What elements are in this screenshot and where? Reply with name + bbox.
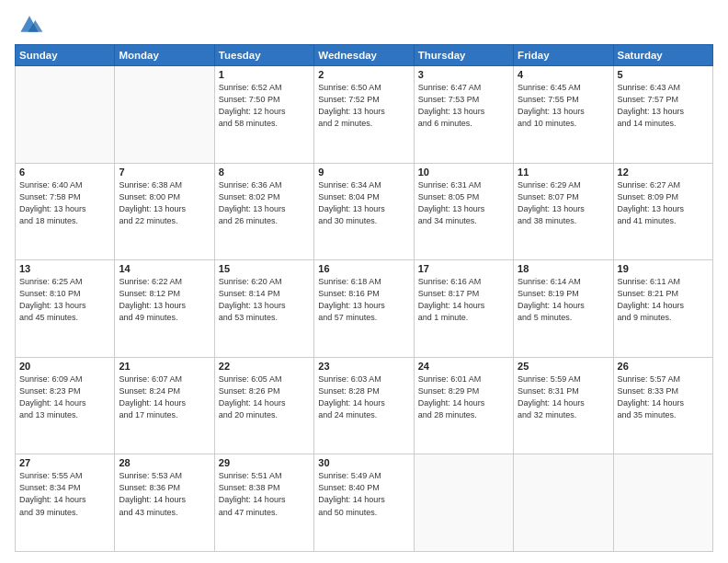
weekday-header-wednesday: Wednesday bbox=[314, 45, 414, 66]
calendar-cell: 2Sunrise: 6:50 AM Sunset: 7:52 PM Daylig… bbox=[314, 66, 414, 164]
day-number: 29 bbox=[219, 457, 310, 468]
day-number: 13 bbox=[19, 263, 110, 274]
day-number: 9 bbox=[318, 167, 409, 178]
calendar-cell: 26Sunrise: 5:57 AM Sunset: 8:33 PM Dayli… bbox=[613, 357, 712, 454]
day-number: 7 bbox=[119, 167, 210, 178]
calendar-cell: 21Sunrise: 6:07 AM Sunset: 8:24 PM Dayli… bbox=[115, 357, 214, 454]
day-number: 3 bbox=[418, 69, 509, 80]
day-number: 19 bbox=[618, 263, 709, 274]
calendar-cell bbox=[115, 66, 214, 164]
day-info: Sunrise: 6:03 AM Sunset: 8:28 PM Dayligh… bbox=[318, 373, 409, 421]
day-number: 11 bbox=[518, 167, 609, 178]
day-number: 21 bbox=[119, 361, 210, 372]
day-number: 22 bbox=[219, 361, 310, 372]
calendar-cell: 20Sunrise: 6:09 AM Sunset: 8:23 PM Dayli… bbox=[16, 357, 115, 454]
day-number: 23 bbox=[318, 361, 409, 372]
page: SundayMondayTuesdayWednesdayThursdayFrid… bbox=[0, 0, 728, 563]
day-info: Sunrise: 6:36 AM Sunset: 8:02 PM Dayligh… bbox=[219, 179, 310, 227]
day-info: Sunrise: 6:34 AM Sunset: 8:04 PM Dayligh… bbox=[318, 179, 409, 227]
calendar-cell: 9Sunrise: 6:34 AM Sunset: 8:04 PM Daylig… bbox=[314, 163, 414, 260]
day-number: 15 bbox=[219, 263, 310, 274]
calendar-cell: 11Sunrise: 6:29 AM Sunset: 8:07 PM Dayli… bbox=[514, 163, 613, 260]
calendar-week-2: 13Sunrise: 6:25 AM Sunset: 8:10 PM Dayli… bbox=[16, 260, 713, 358]
day-number: 26 bbox=[618, 361, 709, 372]
calendar-header-row: SundayMondayTuesdayWednesdayThursdayFrid… bbox=[16, 45, 713, 66]
calendar-cell: 13Sunrise: 6:25 AM Sunset: 8:10 PM Dayli… bbox=[16, 260, 115, 358]
day-info: Sunrise: 6:29 AM Sunset: 8:07 PM Dayligh… bbox=[518, 179, 609, 227]
calendar-cell: 18Sunrise: 6:14 AM Sunset: 8:19 PM Dayli… bbox=[514, 260, 613, 358]
day-info: Sunrise: 6:18 AM Sunset: 8:16 PM Dayligh… bbox=[318, 276, 409, 324]
day-info: Sunrise: 6:40 AM Sunset: 7:58 PM Dayligh… bbox=[19, 179, 110, 227]
day-info: Sunrise: 5:49 AM Sunset: 8:40 PM Dayligh… bbox=[318, 470, 409, 518]
calendar-cell bbox=[414, 454, 513, 552]
day-info: Sunrise: 5:51 AM Sunset: 8:38 PM Dayligh… bbox=[219, 470, 310, 518]
day-number: 28 bbox=[119, 457, 210, 468]
calendar-cell: 12Sunrise: 6:27 AM Sunset: 8:09 PM Dayli… bbox=[613, 163, 712, 260]
calendar-cell bbox=[613, 454, 712, 552]
day-info: Sunrise: 6:22 AM Sunset: 8:12 PM Dayligh… bbox=[119, 276, 210, 324]
day-info: Sunrise: 5:59 AM Sunset: 8:31 PM Dayligh… bbox=[518, 373, 609, 421]
calendar-cell: 23Sunrise: 6:03 AM Sunset: 8:28 PM Dayli… bbox=[314, 357, 414, 454]
day-number: 25 bbox=[518, 361, 609, 372]
day-number: 16 bbox=[318, 263, 409, 274]
calendar-table: SundayMondayTuesdayWednesdayThursdayFrid… bbox=[15, 44, 713, 552]
calendar-week-4: 27Sunrise: 5:55 AM Sunset: 8:34 PM Dayli… bbox=[16, 454, 713, 552]
weekday-header-monday: Monday bbox=[115, 45, 214, 66]
calendar-week-0: 1Sunrise: 6:52 AM Sunset: 7:50 PM Daylig… bbox=[16, 66, 713, 164]
day-info: Sunrise: 6:11 AM Sunset: 8:21 PM Dayligh… bbox=[618, 276, 709, 324]
weekday-header-friday: Friday bbox=[514, 45, 613, 66]
day-info: Sunrise: 6:14 AM Sunset: 8:19 PM Dayligh… bbox=[518, 276, 609, 324]
day-info: Sunrise: 6:31 AM Sunset: 8:05 PM Dayligh… bbox=[418, 179, 509, 227]
day-info: Sunrise: 5:57 AM Sunset: 8:33 PM Dayligh… bbox=[618, 373, 709, 421]
day-info: Sunrise: 6:43 AM Sunset: 7:57 PM Dayligh… bbox=[618, 82, 709, 130]
calendar-cell: 6Sunrise: 6:40 AM Sunset: 7:58 PM Daylig… bbox=[16, 163, 115, 260]
day-number: 24 bbox=[418, 361, 509, 372]
calendar-cell: 27Sunrise: 5:55 AM Sunset: 8:34 PM Dayli… bbox=[16, 454, 115, 552]
day-info: Sunrise: 6:27 AM Sunset: 8:09 PM Dayligh… bbox=[618, 179, 709, 227]
day-number: 18 bbox=[518, 263, 609, 274]
day-info: Sunrise: 6:09 AM Sunset: 8:23 PM Dayligh… bbox=[19, 373, 110, 421]
calendar-cell: 7Sunrise: 6:38 AM Sunset: 8:00 PM Daylig… bbox=[115, 163, 214, 260]
calendar-cell: 29Sunrise: 5:51 AM Sunset: 8:38 PM Dayli… bbox=[214, 454, 313, 552]
day-number: 20 bbox=[19, 361, 110, 372]
day-info: Sunrise: 6:47 AM Sunset: 7:53 PM Dayligh… bbox=[418, 82, 509, 130]
day-info: Sunrise: 6:07 AM Sunset: 8:24 PM Dayligh… bbox=[119, 373, 210, 421]
day-number: 4 bbox=[518, 69, 609, 80]
calendar-cell bbox=[16, 66, 115, 164]
calendar-cell: 8Sunrise: 6:36 AM Sunset: 8:02 PM Daylig… bbox=[214, 163, 313, 260]
day-info: Sunrise: 6:16 AM Sunset: 8:17 PM Dayligh… bbox=[418, 276, 509, 324]
calendar-cell: 10Sunrise: 6:31 AM Sunset: 8:05 PM Dayli… bbox=[414, 163, 513, 260]
weekday-header-thursday: Thursday bbox=[414, 45, 513, 66]
day-number: 5 bbox=[618, 69, 709, 80]
day-number: 6 bbox=[19, 167, 110, 178]
weekday-header-tuesday: Tuesday bbox=[214, 45, 313, 66]
calendar-cell: 30Sunrise: 5:49 AM Sunset: 8:40 PM Dayli… bbox=[314, 454, 414, 552]
calendar-cell: 28Sunrise: 5:53 AM Sunset: 8:36 PM Dayli… bbox=[115, 454, 214, 552]
weekday-header-saturday: Saturday bbox=[613, 45, 712, 66]
day-number: 30 bbox=[318, 457, 409, 468]
day-number: 12 bbox=[618, 167, 709, 178]
calendar-cell: 5Sunrise: 6:43 AM Sunset: 7:57 PM Daylig… bbox=[613, 66, 712, 164]
day-info: Sunrise: 6:45 AM Sunset: 7:55 PM Dayligh… bbox=[518, 82, 609, 130]
calendar-cell: 25Sunrise: 5:59 AM Sunset: 8:31 PM Dayli… bbox=[514, 357, 613, 454]
weekday-header-sunday: Sunday bbox=[16, 45, 115, 66]
calendar-cell: 22Sunrise: 6:05 AM Sunset: 8:26 PM Dayli… bbox=[214, 357, 313, 454]
day-info: Sunrise: 5:53 AM Sunset: 8:36 PM Dayligh… bbox=[119, 470, 210, 518]
calendar-cell: 17Sunrise: 6:16 AM Sunset: 8:17 PM Dayli… bbox=[414, 260, 513, 358]
calendar-cell: 1Sunrise: 6:52 AM Sunset: 7:50 PM Daylig… bbox=[214, 66, 313, 164]
day-info: Sunrise: 6:05 AM Sunset: 8:26 PM Dayligh… bbox=[219, 373, 310, 421]
calendar-cell bbox=[514, 454, 613, 552]
calendar-week-1: 6Sunrise: 6:40 AM Sunset: 7:58 PM Daylig… bbox=[16, 163, 713, 260]
day-number: 10 bbox=[418, 167, 509, 178]
day-info: Sunrise: 5:55 AM Sunset: 8:34 PM Dayligh… bbox=[19, 470, 110, 518]
calendar-cell: 3Sunrise: 6:47 AM Sunset: 7:53 PM Daylig… bbox=[414, 66, 513, 164]
day-number: 8 bbox=[219, 167, 310, 178]
calendar-cell: 19Sunrise: 6:11 AM Sunset: 8:21 PM Dayli… bbox=[613, 260, 712, 358]
calendar-cell: 14Sunrise: 6:22 AM Sunset: 8:12 PM Dayli… bbox=[115, 260, 214, 358]
logo bbox=[15, 11, 48, 37]
calendar-cell: 24Sunrise: 6:01 AM Sunset: 8:29 PM Dayli… bbox=[414, 357, 513, 454]
day-number: 1 bbox=[219, 69, 310, 80]
day-number: 17 bbox=[418, 263, 509, 274]
day-info: Sunrise: 6:50 AM Sunset: 7:52 PM Dayligh… bbox=[318, 82, 409, 130]
calendar-cell: 4Sunrise: 6:45 AM Sunset: 7:55 PM Daylig… bbox=[514, 66, 613, 164]
